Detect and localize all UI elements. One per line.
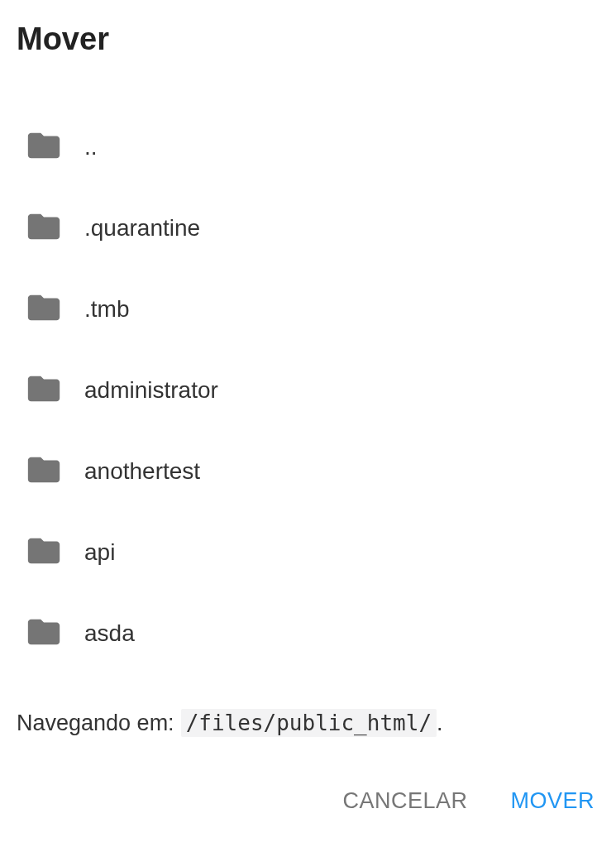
folder-icon: [25, 451, 84, 492]
folder-item[interactable]: administrator: [25, 350, 595, 431]
folder-list-wrapper: ...quarantine.tmbadministratoranothertes…: [17, 107, 599, 686]
folder-item[interactable]: .tmb: [25, 269, 595, 350]
folder-name: .quarantine: [84, 215, 200, 242]
folder-name: anothertest: [84, 458, 200, 485]
folder-name: .tmb: [84, 296, 129, 323]
move-button[interactable]: MOVER: [507, 783, 598, 819]
folder-icon: [25, 127, 84, 168]
folder-name: asda: [84, 620, 135, 647]
dialog-actions: CANCELAR MOVER: [17, 767, 599, 830]
folder-item[interactable]: asda: [25, 593, 595, 674]
folder-name: api: [84, 539, 115, 566]
move-dialog: Mover ...quarantine.tmbadministratoranot…: [0, 0, 616, 847]
folder-icon: [25, 289, 84, 330]
breadcrumb: Navegando em: /files/public_html/ .: [17, 709, 599, 737]
folder-icon: [25, 208, 84, 249]
folder-item[interactable]: ..: [25, 107, 595, 188]
dialog-title: Mover: [17, 22, 599, 57]
folder-icon: [25, 613, 84, 654]
breadcrumb-path: /files/public_html/: [181, 709, 437, 737]
folder-icon: [25, 370, 84, 411]
breadcrumb-label: Navegando em:: [17, 711, 174, 736]
folder-name: ..: [84, 134, 98, 160]
folder-icon: [25, 532, 84, 573]
folder-list[interactable]: ...quarantine.tmbadministratoranothertes…: [17, 107, 599, 686]
folder-item[interactable]: .quarantine: [25, 188, 595, 269]
folder-name: administrator: [84, 377, 218, 404]
cancel-button[interactable]: CANCELAR: [339, 783, 470, 819]
folder-item[interactable]: anothertest: [25, 431, 595, 512]
breadcrumb-suffix: .: [437, 711, 443, 736]
folder-item[interactable]: api: [25, 512, 595, 593]
